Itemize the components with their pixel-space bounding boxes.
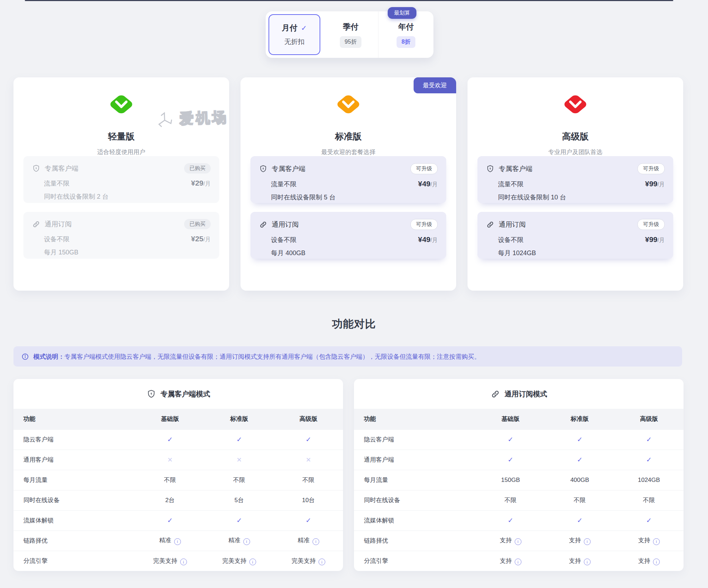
billing-option-monthly[interactable]: 月付 ✓ 无折扣 (269, 14, 320, 55)
row-label: 同时在线设备 (354, 490, 476, 510)
cell-value: 精准 (159, 536, 171, 544)
mode-box-dedicated[interactable]: 专属客户端 已购买 流量不限 ¥29/月 同时在线设备限制 2 台 (23, 156, 219, 203)
cell-value: 支持 (569, 536, 581, 544)
cell-value: ✓ (646, 456, 652, 464)
shield-icon (486, 165, 494, 173)
mode-line2: 同时在线设备限制 2 台 (44, 192, 211, 201)
info-icon[interactable]: i (243, 538, 250, 545)
info-icon[interactable]: i (584, 559, 591, 565)
gem-green-icon (107, 93, 135, 116)
plan-name: 高级版 (468, 131, 683, 142)
col-header: 高级版 (274, 409, 343, 429)
plan-tagline: 最受欢迎的套餐选择 (240, 148, 456, 156)
row-label: 分流引擎 (354, 551, 476, 571)
table-row: 同时在线设备 2台 5台 10台 (13, 490, 343, 510)
upgrade-badge[interactable]: 可升级 (637, 163, 665, 174)
info-icon[interactable]: i (180, 559, 187, 565)
cell-value: 1024GB (638, 477, 660, 484)
billing-monthly-note: 无折扣 (284, 37, 305, 46)
table-row: 通用客户端 ✕ ✕ ✕ (13, 450, 343, 470)
mode-name: 通用订阅 (45, 220, 72, 229)
mode-box-universal[interactable]: 通用订阅 可升级 设备不限 ¥99/月 每月 1024GB (477, 212, 673, 259)
notice-text: 专属客户端模式使用隐云客户端，无限流量但设备有限；通用订阅模式支持所有通用客户端… (65, 353, 481, 360)
table-dedicated-mode: 专属客户端模式 功能 基础版 标准版 高级版 隐云客户端 ✓ ✓ ✓ 通用客户端… (13, 379, 343, 571)
notice-label: 模式说明： (33, 353, 65, 360)
price-unit: /月 (431, 181, 438, 187)
table-row: 每月流量 150GB 400GB 1024GB (354, 470, 684, 490)
cell-value: ✓ (646, 516, 652, 524)
upgrade-badge[interactable]: 可升级 (410, 219, 438, 230)
mode-line1: 设备不限 (271, 236, 297, 244)
cell-value: ✓ (508, 435, 513, 444)
cell-value: 精准 (228, 536, 240, 544)
col-header: 功能 (354, 409, 476, 429)
yearly-discount-badge: 8折 (397, 36, 415, 48)
price: ¥25 (191, 235, 204, 243)
price: ¥99 (645, 180, 658, 188)
mode-box-universal[interactable]: 通用订阅 已购买 设备不限 ¥25/月 每月 150GB (23, 212, 219, 259)
cell-value: ✓ (577, 456, 582, 464)
mode-name: 通用订阅 (272, 220, 299, 229)
table-row: 分流引擎 支持i 支持i 支持i (354, 551, 684, 571)
table-header-row: 功能 基础版 标准版 高级版 (13, 409, 343, 429)
info-icon[interactable]: i (515, 538, 521, 545)
cell-value: ✓ (236, 516, 242, 524)
table-row: 隐云客户端 ✓ ✓ ✓ (354, 429, 684, 450)
plan-card-light: 轻量版 适合轻度使用用户 专属客户端 已购买 流量不限 ¥29/月 同时在线设备… (13, 77, 229, 291)
col-header: 基础版 (135, 409, 205, 429)
billing-quarterly-label: 季付 (343, 22, 359, 32)
col-header: 基础版 (476, 409, 545, 429)
table-row: 通用客户端 ✓ ✓ ✓ (354, 450, 684, 470)
info-circle-icon (21, 353, 29, 361)
cell-value: ✓ (167, 516, 173, 524)
col-header: 标准版 (205, 409, 274, 429)
info-icon[interactable]: i (174, 538, 181, 545)
table-row: 分流引擎 完美支持i 完美支持i 完美支持i (13, 551, 343, 571)
status-badge: 已购买 (184, 163, 211, 174)
info-icon[interactable]: i (312, 538, 319, 545)
info-icon[interactable]: i (249, 559, 256, 565)
cell-value: ✓ (167, 435, 173, 444)
table-title: 通用订阅模式 (505, 389, 547, 399)
cell-value: 不限 (302, 476, 314, 484)
col-header: 标准版 (545, 409, 614, 429)
cell-value: ✓ (508, 516, 513, 524)
info-icon[interactable]: i (653, 559, 660, 565)
mode-box-universal[interactable]: 通用订阅 可升级 设备不限 ¥49/月 每月 400GB (250, 212, 446, 259)
upgrade-badge[interactable]: 可升级 (410, 163, 438, 174)
table-row: 隐云客户端 ✓ ✓ ✓ (13, 429, 343, 450)
col-header: 功能 (13, 409, 135, 429)
plan-name: 轻量版 (13, 131, 229, 142)
gem-orange-icon (334, 93, 363, 116)
mode-line1: 设备不限 (498, 236, 524, 244)
cell-value: ✕ (167, 456, 173, 464)
info-icon[interactable]: i (584, 538, 591, 545)
mode-line2: 每月 150GB (44, 248, 211, 257)
upgrade-badge[interactable]: 可升级 (637, 219, 665, 230)
cell-value: ✕ (237, 456, 242, 464)
price-unit: /月 (204, 181, 211, 187)
table-row: 同时在线设备 不限 不限 不限 (354, 490, 684, 510)
plan-name: 标准版 (240, 131, 456, 142)
info-icon[interactable]: i (515, 559, 521, 565)
cell-value: ✓ (508, 456, 513, 464)
cell-value: 支持 (500, 557, 512, 565)
info-icon[interactable]: i (319, 559, 325, 565)
cell-value: ✓ (646, 435, 652, 444)
cell-value: 不限 (164, 476, 176, 484)
cell-value: 不限 (643, 496, 655, 504)
mode-box-dedicated[interactable]: 专属客户端 可升级 流量不限 ¥99/月 同时在线设备限制 10 台 (477, 156, 673, 203)
cell-value: 不限 (233, 476, 245, 484)
col-header: 高级版 (614, 409, 684, 429)
table-header-row: 功能 基础版 标准版 高级版 (354, 409, 684, 429)
mode-line1: 流量不限 (271, 180, 297, 188)
billing-option-quarterly[interactable]: 季付 95折 (323, 11, 378, 58)
check-icon: ✓ (301, 24, 307, 32)
plan-cards: 轻量版 适合轻度使用用户 专属客户端 已购买 流量不限 ¥29/月 同时在线设备… (13, 77, 683, 291)
info-icon[interactable]: i (653, 538, 660, 545)
mode-box-dedicated[interactable]: 专属客户端 可升级 流量不限 ¥49/月 同时在线设备限制 5 台 (250, 156, 446, 203)
price-unit: /月 (204, 236, 211, 242)
link-icon (259, 220, 267, 229)
cell-value: 支持 (500, 536, 512, 544)
cell-value: 支持 (638, 557, 650, 565)
